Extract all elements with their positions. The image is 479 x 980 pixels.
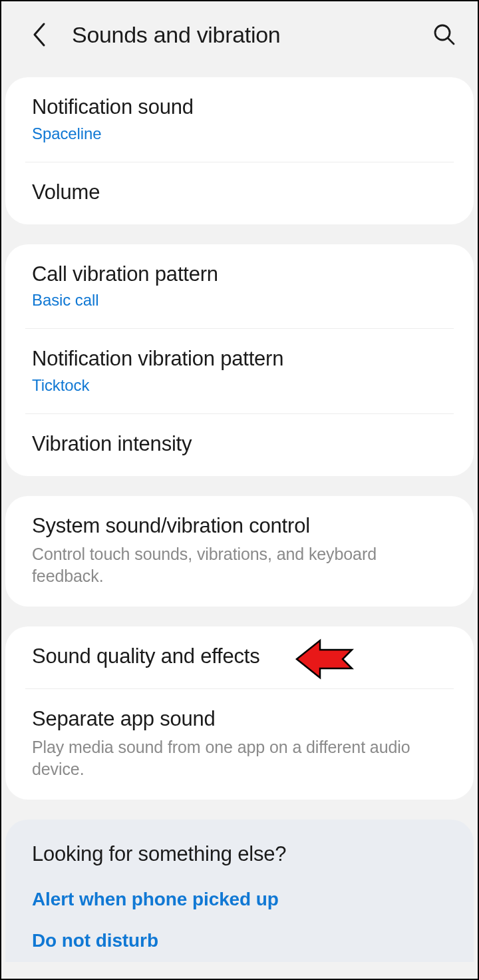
- item-description: Play media sound from one app on a diffe…: [32, 736, 447, 782]
- settings-group-sound-quality: Sound quality and effects Separate app s…: [5, 626, 474, 800]
- settings-group-vibration: Call vibration pattern Basic call Notifi…: [5, 244, 474, 476]
- link-alert-phone-picked-up[interactable]: Alert when phone picked up: [5, 879, 474, 921]
- item-call-vibration-pattern[interactable]: Call vibration pattern Basic call: [5, 244, 474, 329]
- item-title: Notification vibration pattern: [32, 346, 447, 372]
- item-title: Call vibration pattern: [32, 262, 447, 288]
- item-value: Spaceline: [32, 124, 447, 143]
- settings-group-notifications: Notification sound Spaceline Volume: [5, 77, 474, 224]
- settings-group-system-sound: System sound/vibration control Control t…: [5, 496, 474, 607]
- search-button[interactable]: [431, 21, 458, 48]
- chevron-left-icon: [32, 21, 48, 48]
- item-system-sound-vibration-control[interactable]: System sound/vibration control Control t…: [5, 496, 474, 607]
- item-notification-sound[interactable]: Notification sound Spaceline: [5, 77, 474, 162]
- item-title: System sound/vibration control: [32, 513, 447, 539]
- item-sound-quality-effects[interactable]: Sound quality and effects: [5, 626, 474, 688]
- item-title: Vibration intensity: [32, 431, 447, 457]
- item-notification-vibration-pattern[interactable]: Notification vibration pattern Ticktock: [5, 329, 474, 413]
- link-do-not-disturb[interactable]: Do not disturb: [5, 921, 474, 962]
- item-title: Volume: [32, 180, 447, 206]
- header-bar: Sounds and vibration: [1, 1, 478, 68]
- looking-title: Looking for something else?: [5, 820, 474, 879]
- page-title: Sounds and vibration: [72, 22, 431, 48]
- item-volume[interactable]: Volume: [5, 162, 474, 224]
- item-separate-app-sound[interactable]: Separate app sound Play media sound from…: [5, 689, 474, 800]
- item-title: Notification sound: [32, 95, 447, 121]
- item-value: Basic call: [32, 291, 447, 310]
- svg-line-1: [448, 38, 454, 44]
- item-value: Ticktock: [32, 376, 447, 395]
- item-title: Separate app sound: [32, 706, 447, 732]
- back-button[interactable]: [27, 21, 53, 48]
- looking-for-card: Looking for something else? Alert when p…: [5, 820, 474, 962]
- search-icon: [433, 23, 456, 46]
- item-vibration-intensity[interactable]: Vibration intensity: [5, 414, 474, 476]
- content-scroll: Notification sound Spaceline Volume Call…: [1, 68, 478, 962]
- item-title: Sound quality and effects: [32, 644, 447, 670]
- item-description: Control touch sounds, vibrations, and ke…: [32, 543, 447, 589]
